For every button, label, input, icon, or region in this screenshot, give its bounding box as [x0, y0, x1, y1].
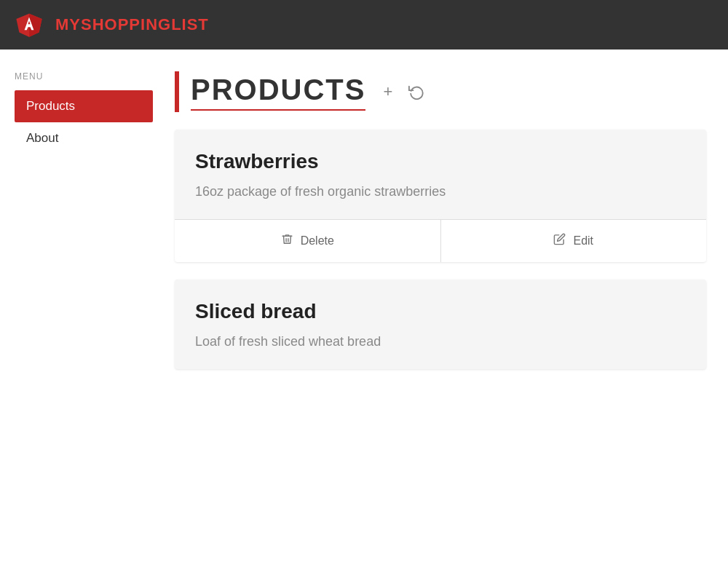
product-name: Sliced bread [195, 300, 686, 323]
sidebar-menu-label: MENU [15, 71, 153, 82]
product-name: Strawberries [195, 150, 686, 173]
product-description: Loaf of fresh sliced wheat bread [195, 332, 686, 352]
delete-product-button[interactable]: Delete [175, 220, 441, 262]
trash-icon [281, 233, 293, 249]
title-accent-bar [175, 71, 179, 112]
sidebar-item-products[interactable]: Products [15, 90, 153, 122]
app-title: MYSHOPPINGLIST [55, 15, 209, 34]
edit-product-button[interactable]: Edit [441, 220, 707, 262]
page-title-actions: + [380, 79, 427, 104]
sidebar: MENU Products About [0, 71, 153, 387]
edit-icon [553, 233, 566, 249]
product-card: Sliced bread Loaf of fresh sliced wheat … [175, 280, 706, 369]
refresh-button[interactable] [405, 81, 427, 103]
product-card-actions: Delete Edit [175, 219, 706, 262]
product-card-body: Strawberries 16oz package of fresh organ… [175, 130, 706, 219]
add-product-button[interactable]: + [380, 79, 395, 104]
product-card: Strawberries 16oz package of fresh organ… [175, 130, 706, 262]
main-content: PRODUCTS + Strawberries 16oz package of … [153, 71, 728, 387]
product-card-body: Sliced bread Loaf of fresh sliced wheat … [175, 280, 706, 369]
app-header: MYSHOPPINGLIST [0, 0, 728, 50]
app-logo [15, 10, 44, 39]
sidebar-item-about[interactable]: About [15, 122, 153, 154]
page-title-bar: PRODUCTS + [175, 71, 706, 112]
page-title: PRODUCTS [191, 74, 365, 111]
product-description: 16oz package of fresh organic strawberri… [195, 182, 686, 202]
